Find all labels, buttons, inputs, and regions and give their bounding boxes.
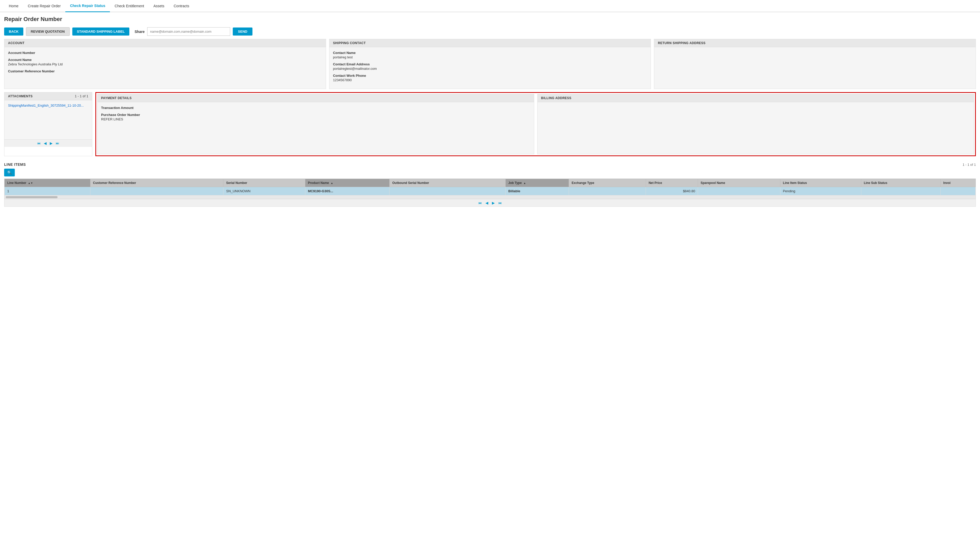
account-panel: ACCOUNT Account Number Account Name Zebr…	[4, 39, 326, 89]
search-button[interactable]: 🔍	[4, 169, 15, 176]
cell-sparepool-name	[698, 187, 780, 195]
col-exchange-type[interactable]: Exchange Type	[569, 179, 646, 187]
transaction-amount-label: Transaction Amount	[101, 106, 530, 110]
line-table: Line Number ▲▼ Customer Reference Number…	[5, 179, 975, 195]
attach-first-icon[interactable]: ⏮	[37, 141, 41, 145]
customer-ref-label: Customer Reference Number	[8, 69, 322, 73]
col-outbound-serial[interactable]: Outbound Serial Number	[390, 179, 506, 187]
back-button[interactable]: BACK	[4, 27, 23, 35]
col-job-type[interactable]: Job Type ▲	[506, 179, 569, 187]
shipping-label-button[interactable]: STANDARD SHIPPING LABEL	[72, 27, 130, 35]
table-row: 1 SN_UNKNOWN MC9190-G30S... Billable $84…	[5, 187, 975, 195]
contact-name-value: portalreg test	[333, 55, 647, 59]
nav-contracts[interactable]: Contracts	[169, 0, 194, 12]
col-sparepool-name[interactable]: Sparepool Name	[698, 179, 780, 187]
contact-email-label: Contact Email Address	[333, 62, 647, 66]
account-header: ACCOUNT	[5, 39, 326, 47]
account-number-label: Account Number	[8, 51, 322, 55]
cell-invoi	[940, 187, 975, 195]
cell-exchange-type	[569, 187, 646, 195]
attachments-title: ATTACHMENTS	[8, 94, 33, 98]
contact-email-value: portalregtest@mailinator.com	[333, 67, 647, 70]
account-name-value: Zebra Technologies Australia Pty Ltd	[8, 62, 322, 66]
payment-panel: PAYMENT DETAILS Transaction Amount Purch…	[97, 94, 534, 154]
billing-body	[538, 102, 974, 154]
line-table-wrapper: Line Number ▲▼ Customer Reference Number…	[4, 179, 976, 199]
po-number-value: REFER LINES	[101, 117, 530, 121]
attach-last-icon[interactable]: ⏭	[56, 141, 59, 145]
top-sections: ACCOUNT Account Number Account Name Zebr…	[0, 39, 980, 89]
po-number-label: Purchase Order Number	[101, 113, 530, 117]
table-next-icon[interactable]: ▶	[492, 201, 495, 205]
billing-header: BILLING ADDRESS	[538, 94, 974, 102]
account-name-label: Account Name	[8, 58, 322, 62]
account-body: Account Number Account Name Zebra Techno…	[5, 47, 326, 89]
table-first-icon[interactable]: ⏮	[478, 201, 482, 205]
cell-outbound-serial	[390, 187, 506, 195]
nav-check-entitlement[interactable]: Check Entitlement	[110, 0, 149, 12]
line-items-count: 1 - 1 of 1	[963, 163, 976, 167]
cell-line-sub-status	[861, 187, 940, 195]
cell-job-type: Billable	[506, 187, 569, 195]
line-items-header: LINE ITEMS 1 - 1 of 1	[4, 163, 976, 167]
payment-body: Transaction Amount Purchase Order Number…	[97, 102, 534, 154]
cell-line-number: 1	[5, 187, 91, 195]
billing-panel: BILLING ADDRESS	[537, 94, 974, 154]
table-prev-icon[interactable]: ◀	[485, 201, 488, 205]
col-net-price[interactable]: Net Price	[646, 179, 698, 187]
contact-name-label: Contact Name	[333, 51, 647, 55]
toolbar: BACK REVIEW QUOTATION STANDARD SHIPPING …	[0, 25, 980, 39]
return-shipping-panel: RETURN SHIPPING ADDRESS	[654, 39, 976, 89]
cell-line-item-status: Pending	[780, 187, 861, 195]
shipping-contact-header: SHIPPING CONTACT	[329, 39, 651, 47]
attach-next-icon[interactable]: ▶	[50, 141, 52, 145]
attachments-footer: ⏮ ◀ ▶ ⏭	[5, 139, 92, 147]
table-header-row: Line Number ▲▼ Customer Reference Number…	[5, 179, 975, 187]
contact-phone-label: Contact Work Phone	[333, 74, 647, 78]
col-customer-ref[interactable]: Customer Reference Number	[90, 179, 223, 187]
review-quotation-button[interactable]: REVIEW QUOTATION	[26, 27, 70, 36]
page-title: Repair Order Number	[0, 12, 980, 25]
cell-product-name: MC9190-G30S...	[305, 187, 390, 195]
shipping-contact-panel: SHIPPING CONTACT Contact Name portalreg …	[329, 39, 651, 89]
share-input[interactable]	[147, 27, 230, 36]
bottom-row: ATTACHMENTS 1 - 1 of 1 ShippingManifest1…	[0, 92, 980, 156]
share-label: Share	[135, 30, 145, 34]
nav-bar: Home Create Repair Order Check Repair St…	[0, 0, 980, 12]
col-serial-number[interactable]: Serial Number	[223, 179, 305, 187]
payment-header: PAYMENT DETAILS	[97, 94, 534, 102]
col-product-name[interactable]: Product Name ▲	[305, 179, 390, 187]
cell-serial-number: SN_UNKNOWN	[223, 187, 305, 195]
attachments-header: ATTACHMENTS 1 - 1 of 1	[5, 93, 92, 101]
attachments-body: ShippingManifest1_English_30725594_11-10…	[5, 101, 92, 139]
table-footer: ⏮ ◀ ▶ ⏭	[4, 199, 976, 207]
shipping-contact-body: Contact Name portalreg test Contact Emai…	[329, 47, 651, 89]
col-invoi[interactable]: Invoi	[940, 179, 975, 187]
attachment-link[interactable]: ShippingManifest1_English_30725594_11-10…	[8, 104, 84, 107]
contact-phone-value: 1234567890	[333, 78, 647, 82]
send-button[interactable]: SEND	[233, 27, 253, 35]
line-items-title: LINE ITEMS	[4, 163, 26, 167]
col-line-number[interactable]: Line Number ▲▼	[5, 179, 91, 187]
cell-customer-ref	[90, 187, 223, 195]
attachments-count: 1 - 1 of 1	[75, 94, 88, 98]
col-line-sub-status[interactable]: Line Sub Status	[861, 179, 940, 187]
return-shipping-header: RETURN SHIPPING ADDRESS	[654, 39, 975, 47]
line-items-section: LINE ITEMS 1 - 1 of 1 🔍 Line Number ▲▼ C…	[0, 158, 980, 211]
right-panels-highlighted: PAYMENT DETAILS Transaction Amount Purch…	[95, 92, 976, 156]
nav-check-repair[interactable]: Check Repair Status	[65, 0, 110, 12]
cell-net-price: $840.80	[646, 187, 698, 195]
scrollbar-thumb[interactable]	[6, 196, 57, 198]
table-last-icon[interactable]: ⏭	[498, 201, 502, 205]
col-line-item-status[interactable]: Line Item Status	[780, 179, 861, 187]
horizontal-scrollbar[interactable]	[5, 195, 975, 199]
nav-create-repair[interactable]: Create Repair Order	[23, 0, 65, 12]
nav-home[interactable]: Home	[4, 0, 23, 12]
attachments-panel: ATTACHMENTS 1 - 1 of 1 ShippingManifest1…	[4, 92, 92, 156]
attach-prev-icon[interactable]: ◀	[44, 141, 47, 145]
return-shipping-body	[654, 47, 975, 89]
nav-assets[interactable]: Assets	[149, 0, 169, 12]
